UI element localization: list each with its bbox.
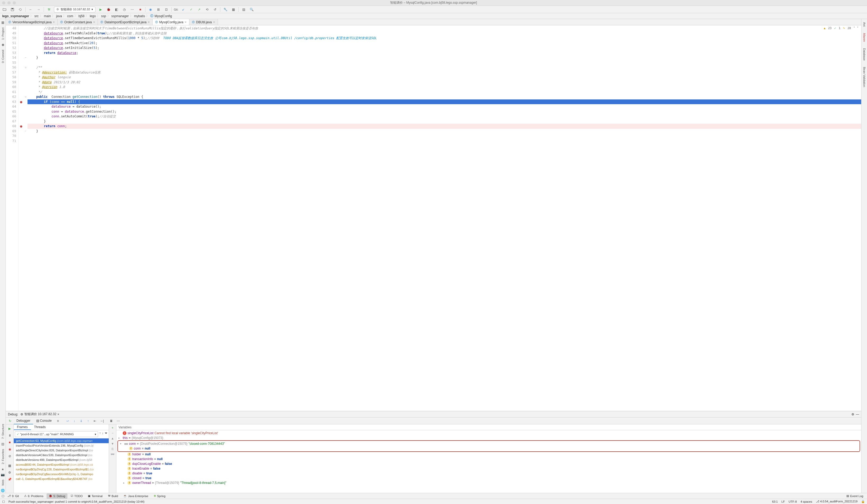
refresh-icon[interactable]	[18, 7, 23, 12]
stack-frame[interactable]: addSingleDirectCityIndex:826, DataImport…	[14, 448, 109, 453]
chevron-icon[interactable]: ˄ ˅	[854, 26, 858, 30]
code-with-me-icon[interactable]: ⊞	[156, 7, 161, 12]
debug-icon[interactable]: 🐞	[106, 7, 111, 12]
breadcrumb-item[interactable]: com	[67, 14, 73, 18]
variable-row[interactable]: ! singleCityPriceListCannot find local v…	[116, 431, 861, 436]
copy-icon[interactable]: ⎘	[111, 447, 114, 451]
glasses-icon[interactable]: 👓	[110, 452, 115, 456]
code-content[interactable]: //连接空闲时检测，如果连接空闲时间大于timeBetweenEvictionR…	[28, 25, 861, 411]
structure-tool[interactable]: 7: Structure	[1, 422, 5, 441]
next-frame-icon[interactable]: ↓	[102, 431, 104, 437]
build-icon[interactable]: ⚒	[46, 7, 52, 12]
rerun-icon[interactable]: ↻	[7, 418, 13, 424]
breadcrumb-item[interactable]: main	[44, 14, 51, 18]
editor-tab[interactable]: ⒸMysqlConfig.java×	[153, 19, 189, 25]
attach-icon[interactable]: ⋯	[129, 7, 135, 12]
threads-tab[interactable]: Threads	[31, 425, 49, 430]
git-push-icon[interactable]: ↗	[196, 7, 202, 12]
console-tab[interactable]: ▤ Console	[34, 418, 54, 425]
variable-row[interactable]: f disable = true	[116, 471, 861, 476]
gear-icon[interactable]: ⚙	[852, 412, 854, 416]
close-icon[interactable]: ×	[57, 412, 59, 416]
database-tool[interactable]: Database	[862, 46, 866, 63]
event-log-tool[interactable]: ▤Event Log	[844, 493, 865, 499]
breadcrumb-item[interactable]: java	[56, 14, 62, 18]
pause-icon[interactable]: ⏸	[7, 432, 13, 439]
frames-list[interactable]: getConnection:63, MysqlConfig (com.bj58.…	[14, 438, 109, 493]
variable-row[interactable]: f holder = null	[116, 452, 861, 457]
editor-tab[interactable]: ⒸDataImportExportBizImpl.java×	[98, 19, 153, 25]
git-history-icon[interactable]: ⟲	[204, 7, 210, 12]
breakpoint-gutter[interactable]: ● ●	[19, 25, 24, 411]
step-into-icon[interactable]: ↓	[71, 418, 77, 424]
todo-tool[interactable]: ☑TODO	[68, 493, 85, 499]
remove-watch-icon[interactable]: −	[111, 431, 114, 435]
breadcrumb-item[interactable]: src	[34, 14, 39, 18]
stack-frame[interactable]: distributeVersions4Cities:539, DataImpor…	[14, 453, 109, 458]
variable-row[interactable]: ▸f ownerThread = {Thread@15079} "Thread[…	[116, 481, 861, 485]
bean-validation-tool[interactable]: Bean Validation	[862, 65, 866, 89]
variable-row[interactable]: ▾oo conn = {DruidPooledConnection@15075}…	[118, 441, 859, 446]
git-commit-icon[interactable]: ✓	[188, 7, 194, 12]
variable-row[interactable]: f traceEnable = false	[116, 466, 861, 471]
filter-icon[interactable]: ⏷	[105, 431, 108, 437]
commit-icon[interactable]: ◉	[1, 42, 5, 47]
stack-frame[interactable]: run$original$OpZhnjCg$accessor$XnWb2yUq:…	[14, 472, 109, 476]
variable-row[interactable]: f transactionInfo = null	[116, 457, 861, 461]
close-icon[interactable]: ×	[185, 20, 186, 24]
close-icon[interactable]: ×	[148, 20, 150, 24]
lock-icon[interactable]: 🔒	[861, 500, 865, 503]
terminal-tool[interactable]: ▣Terminal	[86, 493, 105, 499]
run-to-cursor-icon[interactable]: →|	[99, 418, 105, 424]
run-icon[interactable]: ▶	[98, 7, 104, 12]
camera-icon[interactable]: 📷	[1, 472, 5, 477]
stack-frame[interactable]: distributeVersions:499, DataImportExport…	[14, 458, 109, 462]
save-icon[interactable]	[10, 7, 15, 12]
resume-icon[interactable]: ▶	[7, 426, 13, 432]
stack-frame[interactable]: call:-1, DataImportExportBizImpl$1$auxil…	[14, 476, 109, 481]
drop-frame-icon[interactable]: ⇤	[92, 418, 98, 424]
view-breakpoints-icon[interactable]: ◉	[7, 446, 13, 452]
minimize-window[interactable]	[8, 1, 11, 4]
favorites-tool[interactable]: 2: Favorites	[1, 447, 5, 466]
editor-tab[interactable]: ⒸOrderConstant.java×	[58, 19, 98, 25]
commit-tool[interactable]: 0: Commit	[1, 47, 5, 65]
fold-gutter[interactable]: ⌐ ⊟ ⊟ ⌐	[24, 25, 28, 411]
frames-tab[interactable]: Frames	[14, 425, 31, 430]
spring-tool[interactable]: ❀Spring	[152, 493, 168, 499]
inspect-icon[interactable]: ⊡	[163, 7, 169, 12]
close-icon[interactable]: ×	[53, 20, 55, 24]
debugger-tab[interactable]: Debugger	[14, 418, 33, 425]
breadcrumb-root[interactable]: lego_sspmanager	[2, 14, 29, 18]
maven-tool[interactable]: Maven	[862, 31, 866, 44]
debug-tool[interactable]: 🐞5: Debug	[46, 493, 67, 499]
web-tool[interactable]: Web	[1, 478, 5, 487]
avatar-icon[interactable]: ◉	[148, 7, 153, 12]
tool-windows-icon[interactable]: ▢	[2, 494, 4, 498]
structure-icon[interactable]: ▤	[1, 442, 5, 446]
stack-frame[interactable]: access$600:44, DataImportExportBizImpl (…	[14, 462, 109, 467]
project-tool[interactable]: 1: Project	[1, 25, 5, 42]
java-ee-tool[interactable]: ☕Java Enterprise	[121, 493, 150, 499]
thread-selector[interactable]: ✓ "pool-8-thread-11"...up "main": RUNNIN…	[15, 431, 98, 437]
profile-icon[interactable]: ◷	[121, 7, 127, 12]
git-rollback-icon[interactable]: ↺	[212, 7, 218, 12]
back-icon[interactable]: ←	[28, 7, 34, 12]
step-over-icon[interactable]: ⤻	[64, 418, 71, 424]
breadcrumb-item[interactable]: bj58	[78, 14, 85, 18]
close-window[interactable]	[2, 1, 5, 4]
web-icon[interactable]: 🌐	[1, 488, 5, 493]
variable-row[interactable]: f closed = true	[116, 476, 861, 481]
line-separator[interactable]: LF	[782, 500, 785, 503]
plugins-icon[interactable]: ▦	[231, 7, 236, 12]
editor-inspections[interactable]: ▲23 ✓1 ✎28 ˄ ˅	[824, 26, 858, 30]
mute-breakpoints-icon[interactable]: ⊘	[7, 453, 13, 459]
caret-position[interactable]: 63:1	[772, 500, 778, 503]
file-encoding[interactable]: UTF-8	[789, 500, 797, 503]
step-out-icon[interactable]: ↑	[85, 418, 91, 424]
forward-icon[interactable]: →	[36, 7, 42, 12]
git-branch[interactable]: ⎇ 4.0.54_auditForm_20221219	[816, 500, 857, 503]
new-watch-icon[interactable]: +	[111, 426, 114, 430]
stack-frame[interactable]: run$original$OpZhnjCg:228, DataImportExp…	[14, 467, 109, 472]
maximize-window[interactable]	[13, 1, 16, 4]
